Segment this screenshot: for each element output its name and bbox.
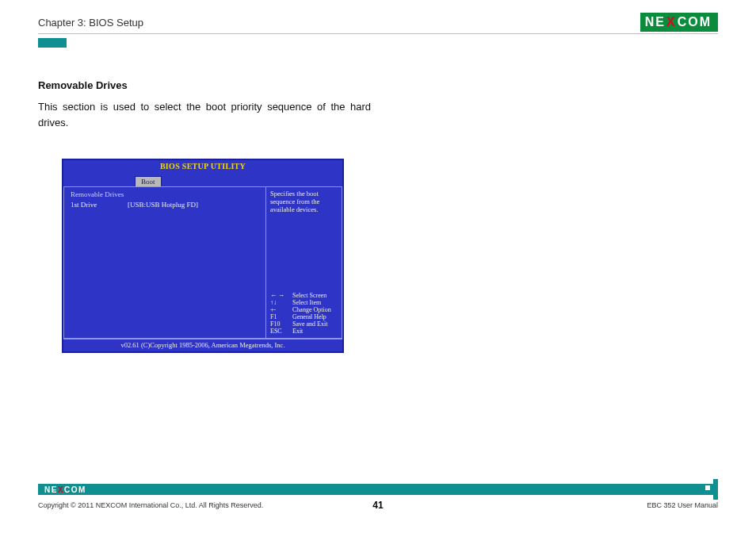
bios-key-action: Save and Exit bbox=[292, 320, 327, 328]
footer-logo-com: COM bbox=[64, 485, 86, 494]
bios-setting-label: 1st Drive bbox=[71, 201, 128, 209]
footer-logo-ne: NE bbox=[44, 485, 58, 494]
brand-logo-text: NEXCOM bbox=[640, 13, 718, 32]
bios-panel-heading: Removable Drives bbox=[71, 190, 259, 198]
bios-setting-row[interactable]: 1st Drive [USB:USB Hotplug FD] bbox=[71, 201, 259, 209]
bios-key-action: Select Screen bbox=[292, 292, 326, 299]
header-divider bbox=[38, 33, 718, 34]
logo-part-x: X bbox=[666, 15, 677, 29]
bios-tab-strip: Boot bbox=[63, 172, 342, 186]
section-title: Removable Drives bbox=[38, 79, 371, 91]
footer-bar: NEXCOM bbox=[38, 484, 718, 495]
footer-logo: NEXCOM bbox=[41, 484, 90, 495]
bios-key-legend: ← →Select Screen ↑↓Select Item +-Change … bbox=[270, 292, 338, 335]
bios-key-row: ← →Select Screen bbox=[270, 292, 338, 299]
bios-setting-value: [USB:USB Hotplug FD] bbox=[128, 201, 198, 209]
bios-key-row: F10Save and Exit bbox=[270, 320, 338, 328]
page-number: 41 bbox=[0, 500, 756, 511]
bios-key: F1 bbox=[270, 313, 292, 320]
bios-key-action: Select Item bbox=[292, 299, 321, 306]
bios-window: BIOS SETUP UTILITY Boot Removable Drives… bbox=[62, 159, 344, 353]
bios-tab-boot[interactable]: Boot bbox=[135, 176, 162, 186]
bios-help-text: Specifies the boot sequence from the ava… bbox=[270, 190, 338, 213]
header-accent-tab bbox=[38, 38, 67, 48]
document-page: Chapter 3: BIOS Setup NEXCOM Removable D… bbox=[0, 0, 756, 533]
bios-key: ← → bbox=[270, 292, 292, 299]
footer-logo-x: X bbox=[58, 485, 64, 494]
bios-key-action: General Help bbox=[292, 313, 326, 320]
bios-footer: v02.61 (C)Copyright 1985-2006, American … bbox=[63, 339, 342, 351]
bios-key: ESC bbox=[270, 328, 292, 335]
bios-key-action: Exit bbox=[292, 328, 303, 335]
bios-title-bar: BIOS SETUP UTILITY bbox=[63, 160, 342, 172]
bios-main-panel: Removable Drives 1st Drive [USB:USB Hotp… bbox=[64, 187, 266, 338]
logo-part-ne: NE bbox=[645, 15, 666, 29]
bios-key-row: +-Change Option bbox=[270, 306, 338, 313]
content-column: Removable Drives This section is used to… bbox=[38, 79, 371, 131]
bios-key-row: ↑↓Select Item bbox=[270, 299, 338, 306]
logo-part-com: COM bbox=[678, 15, 712, 29]
bios-body: Removable Drives 1st Drive [USB:USB Hotp… bbox=[63, 186, 342, 339]
bios-key: +- bbox=[270, 306, 292, 313]
bios-key-row: F1General Help bbox=[270, 313, 338, 320]
footer-decoration bbox=[704, 484, 718, 495]
bios-help-panel: Specifies the boot sequence from the ava… bbox=[266, 187, 342, 338]
brand-logo: NEXCOM bbox=[640, 13, 718, 32]
section-description: This section is used to select the boot … bbox=[38, 99, 371, 131]
chapter-label: Chapter 3: BIOS Setup bbox=[38, 17, 143, 29]
bios-key-action: Change Option bbox=[292, 306, 331, 313]
bios-key: F10 bbox=[270, 320, 292, 328]
bios-key: ↑↓ bbox=[270, 299, 292, 306]
page-header: Chapter 3: BIOS Setup NEXCOM bbox=[38, 13, 718, 32]
bios-key-row: ESCExit bbox=[270, 328, 338, 335]
